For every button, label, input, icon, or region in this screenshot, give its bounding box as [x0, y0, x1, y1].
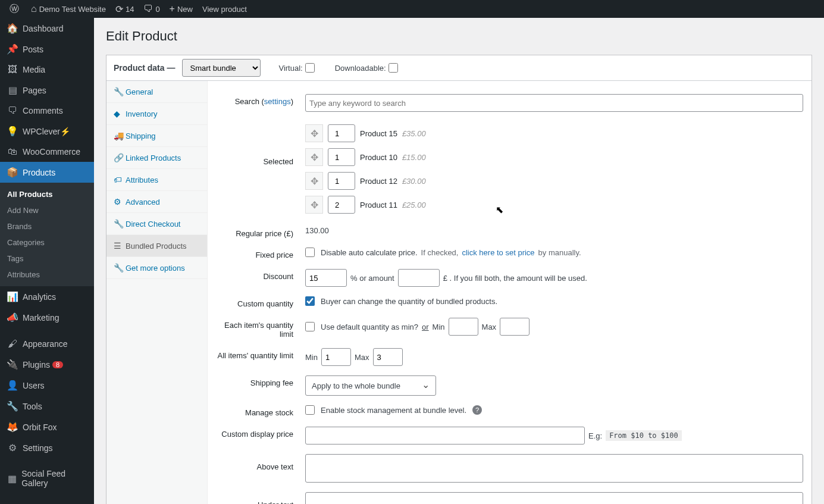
regular-price-value: 130.00: [305, 226, 803, 235]
search-label: Search (settings): [216, 94, 305, 106]
above-text-label: Above text: [216, 454, 305, 471]
sidebar-item-orbit-fox[interactable]: 🦊Orbit Fox: [0, 417, 94, 437]
page-title: Edit Product: [94, 18, 824, 55]
manage-stock-label: Manage stock: [216, 405, 305, 417]
all-max-input[interactable]: [373, 348, 403, 366]
tab-advanced[interactable]: ⚙Advanced: [106, 191, 207, 213]
downloadable-checkbox[interactable]: [388, 63, 398, 73]
site-link[interactable]: ⌂Demo Test Website: [26, 0, 111, 18]
sidebar-item-posts[interactable]: 📌Posts: [0, 39, 94, 60]
product-data-metabox: Product data — Smart bundle Virtual: Dow…: [106, 55, 812, 504]
manage-stock-checkbox-label: Enable stock management at bundle level.: [321, 406, 466, 415]
sidebar-submenu-products: All Products Add New Brands Categories T…: [0, 183, 94, 286]
selected-product-row: ✥Product 11£25.00: [305, 193, 803, 217]
use-default-min-checkbox[interactable]: [305, 322, 315, 331]
manage-stock-checkbox[interactable]: [305, 405, 315, 415]
custom-qty-checkbox[interactable]: [305, 296, 315, 306]
sidebar-item-users[interactable]: 👤Users: [0, 375, 94, 396]
tab-bundled-products[interactable]: ☰Bundled Products: [106, 235, 207, 257]
bundled-qty-input[interactable]: [328, 196, 355, 214]
tab-inventory[interactable]: ◆Inventory: [106, 103, 207, 125]
bundled-qty-input[interactable]: [328, 148, 355, 166]
sidebar-item-social-feed[interactable]: ▦Social Feed Gallery: [0, 464, 94, 493]
regular-price-label: Regular price (£): [216, 226, 305, 238]
move-handle-icon[interactable]: ✥: [305, 196, 323, 214]
tab-linked-products[interactable]: 🔗Linked Products: [106, 147, 207, 169]
sidebar-item-media[interactable]: 🖼Media: [0, 60, 94, 80]
tab-shipping[interactable]: 🚚Shipping: [106, 125, 207, 147]
bundled-products-panel: Search (settings) Selected ✥Product 15£3…: [208, 81, 812, 504]
sidebar-item-marketing[interactable]: 📣Marketing: [0, 307, 94, 328]
bundled-product-name: Product 10: [360, 153, 397, 162]
virtual-checkbox[interactable]: [305, 63, 315, 73]
new-link[interactable]: +New: [165, 0, 198, 18]
sidebar-item-tools[interactable]: 🔧Tools: [0, 396, 94, 417]
above-text-input[interactable]: [305, 454, 803, 483]
selected-label: Selected: [216, 121, 305, 166]
admin-bar: ⓦ ⌂Demo Test Website ⟳14 🗨0 +New View pr…: [0, 0, 824, 18]
custom-display-price-label: Custom display price: [216, 427, 305, 439]
under-text-input[interactable]: [305, 492, 803, 504]
each-max-input[interactable]: [500, 318, 530, 336]
search-settings-link[interactable]: settings: [264, 97, 291, 106]
tab-attributes[interactable]: 🏷Attributes: [106, 169, 207, 191]
fixed-price-label: Fixed price: [216, 248, 305, 259]
bundled-product-price: £25.00: [402, 201, 426, 209]
downloadable-checkbox-label[interactable]: Downloadable:: [335, 63, 400, 73]
sidebar-item-dashboard[interactable]: 🏠Dashboard: [0, 18, 94, 39]
bundled-qty-input[interactable]: [328, 124, 355, 142]
updates-link[interactable]: ⟳14: [111, 0, 139, 18]
discount-label: Discount: [216, 269, 305, 281]
all-min-input[interactable]: [321, 348, 351, 366]
sidebar-item-comments[interactable]: 🗨Comments: [0, 101, 94, 121]
use-default-min-label: Use default quantity as min?: [321, 323, 418, 331]
product-search-input[interactable]: [305, 94, 803, 112]
selected-product-row: ✥Product 12£30.00: [305, 169, 803, 193]
help-icon[interactable]: ?: [472, 405, 482, 415]
discount-amount-input[interactable]: [398, 269, 440, 287]
sidebar-sub-tags[interactable]: Tags: [0, 251, 94, 267]
tab-get-more[interactable]: 🔧Get more options: [106, 257, 207, 279]
shipping-fee-select[interactable]: Apply to the whole bundle: [305, 375, 436, 396]
sidebar-item-pages[interactable]: ▤Pages: [0, 80, 94, 101]
sidebar-sub-add-new[interactable]: Add New: [0, 202, 94, 218]
product-type-select[interactable]: Smart bundle: [182, 59, 261, 77]
set-price-link[interactable]: click here to set price: [462, 248, 534, 257]
comments-link[interactable]: 🗨0: [139, 0, 164, 18]
wp-logo[interactable]: ⓦ: [5, 0, 26, 18]
product-data-tabs: 🔧General ◆Inventory 🚚Shipping 🔗Linked Pr…: [106, 81, 208, 504]
discount-percent-input[interactable]: [305, 269, 347, 287]
custom-qty-label: Custom quantity: [216, 296, 305, 308]
fixed-price-checkbox-label: Disable auto calculate price.: [321, 248, 418, 257]
bundled-product-name: Product 15: [360, 129, 397, 138]
bundled-product-name: Product 12: [360, 177, 397, 186]
view-product-link[interactable]: View product: [198, 0, 252, 18]
fixed-price-checkbox[interactable]: [305, 248, 315, 257]
move-handle-icon[interactable]: ✥: [305, 124, 323, 142]
move-handle-icon[interactable]: ✥: [305, 172, 323, 190]
sidebar-sub-all-products[interactable]: All Products: [0, 186, 94, 202]
bundled-product-price: £35.00: [402, 129, 426, 138]
main-content: Edit Product Product data — Smart bundle…: [94, 18, 824, 504]
sidebar-item-plugins[interactable]: 🔌Plugins8: [0, 354, 94, 375]
under-text-label: Under text: [216, 492, 305, 504]
selected-product-row: ✥Product 10£15.00: [305, 145, 803, 169]
sidebar-item-analytics[interactable]: 📊Analytics: [0, 286, 94, 307]
move-handle-icon[interactable]: ✥: [305, 148, 323, 166]
tab-general[interactable]: 🔧General: [106, 81, 207, 103]
custom-display-price-input[interactable]: [305, 427, 585, 444]
sidebar-sub-brands[interactable]: Brands: [0, 218, 94, 234]
sidebar-item-woocommerce[interactable]: 🛍WooCommerce: [0, 142, 94, 162]
sidebar-sub-categories[interactable]: Categories: [0, 234, 94, 251]
sidebar-item-products[interactable]: 📦Products: [0, 162, 94, 183]
sidebar-item-appearance[interactable]: 🖌Appearance: [0, 334, 94, 354]
bundled-qty-input[interactable]: [328, 172, 355, 190]
sidebar-item-settings[interactable]: ⚙Settings: [0, 437, 94, 458]
selected-products-list: ✥Product 15£35.00✥Product 10£15.00✥Produ…: [305, 121, 803, 217]
each-min-input[interactable]: [449, 318, 478, 336]
sidebar-item-wpclever[interactable]: 💡WPClever⚡: [0, 121, 94, 142]
sidebar-sub-attributes[interactable]: Attributes: [0, 267, 94, 283]
virtual-checkbox-label[interactable]: Virtual:: [278, 63, 317, 73]
tab-direct-checkout[interactable]: 🔧Direct Checkout: [106, 213, 207, 235]
admin-sidebar: 🏠Dashboard 📌Posts 🖼Media ▤Pages 🗨Comment…: [0, 18, 94, 504]
